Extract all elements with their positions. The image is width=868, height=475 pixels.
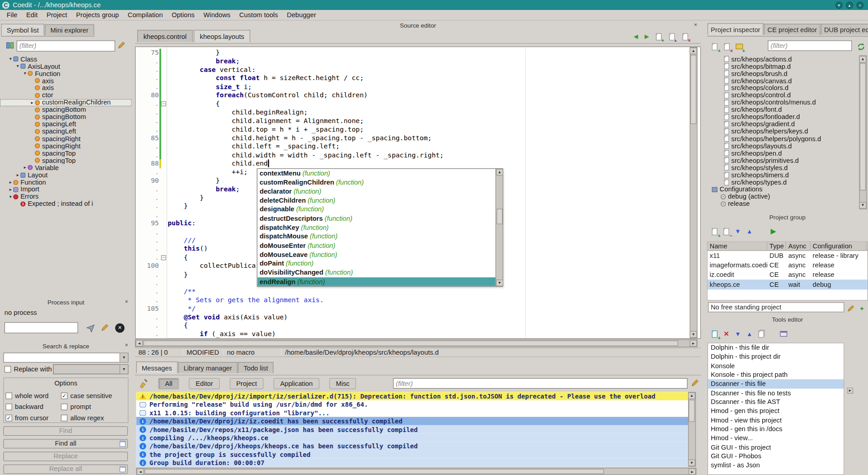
code-line-81[interactable]: { bbox=[168, 100, 690, 109]
symbol-tree-item[interactable]: spacingBottom bbox=[0, 106, 132, 114]
code-line-75[interactable]: } bbox=[168, 49, 690, 57]
code-line-107[interactable]: { bbox=[168, 322, 690, 330]
scrollbar-thumb[interactable] bbox=[143, 341, 678, 346]
close-icon[interactable]: × bbox=[693, 22, 698, 28]
completion-item[interactable]: doMouseEnter (function) bbox=[257, 241, 495, 250]
menu-compilation[interactable]: Compilation bbox=[123, 10, 167, 20]
tools-scroll-right-icon[interactable]: ► bbox=[847, 388, 853, 394]
scroll-down-icon[interactable]: ▼ bbox=[859, 202, 866, 209]
scroll-up-icon[interactable]: ▲ bbox=[688, 393, 695, 399]
code-line-86[interactable]: child.left = _spacing.left; bbox=[168, 142, 690, 151]
kill-process-icon[interactable]: ✕ bbox=[115, 323, 125, 333]
navigate-back-icon[interactable]: ◄ bbox=[632, 32, 639, 41]
scroll-up-icon[interactable]: ▲ bbox=[690, 48, 697, 54]
code-line-79[interactable]: size_t i; bbox=[168, 83, 690, 91]
filter-project-button[interactable]: Project bbox=[230, 378, 264, 389]
open-file-icon[interactable]: ▲ bbox=[667, 32, 677, 41]
project-file-item[interactable]: src/kheops/controls/menus.d bbox=[708, 99, 859, 106]
tool-item[interactable]: Konsole - this project path bbox=[708, 370, 844, 380]
tab-project-inspector[interactable]: Project inspector bbox=[708, 23, 764, 35]
tool-item[interactable]: Dscanner - this file bbox=[708, 380, 844, 389]
symbol-tree-item[interactable]: !Expected ; instead of i bbox=[0, 200, 132, 208]
filter-all-button[interactable]: All bbox=[158, 378, 179, 389]
tool-item[interactable]: Hmod - gen this project bbox=[708, 407, 844, 416]
add-tool-icon[interactable]: + bbox=[709, 328, 720, 339]
symbol-tree-item[interactable]: axis bbox=[0, 77, 132, 84]
symbol-tree-item[interactable]: ▸Import bbox=[0, 186, 132, 193]
code-line-76[interactable]: break; bbox=[168, 57, 690, 66]
filter-misc-button[interactable]: Misc bbox=[329, 378, 356, 389]
project-file-item[interactable]: src/kheops/primitives.d bbox=[708, 157, 859, 164]
option-allow-regex[interactable]: allow regex bbox=[61, 414, 123, 422]
tab-mini-explorer[interactable]: Mini explorer bbox=[45, 24, 94, 35]
editor-hscrollbar[interactable]: ◄ ► bbox=[135, 339, 698, 347]
process-input-field[interactable] bbox=[5, 322, 78, 333]
column-header-type[interactable]: Type bbox=[767, 242, 786, 250]
find-all-button[interactable]: Find all bbox=[3, 439, 128, 448]
tab-ce-project-editor[interactable]: CE project editor bbox=[764, 24, 820, 35]
editor-tab-kheops-layouts[interactable]: kheops.layouts bbox=[194, 30, 250, 42]
symbol-tree-item[interactable]: spacingBottom bbox=[0, 114, 132, 121]
symbol-tree-item[interactable]: ▾AxisLayout bbox=[0, 62, 132, 70]
option-from-cursor[interactable]: ✓from cursor bbox=[5, 414, 61, 422]
filter-application-button[interactable]: Application bbox=[274, 378, 319, 389]
code-line-77[interactable]: case vertical: bbox=[168, 66, 690, 74]
replace-all-button[interactable]: Replace all bbox=[3, 465, 128, 474]
replace-with-checkbox[interactable] bbox=[5, 366, 11, 373]
menu-windows[interactable]: Windows bbox=[199, 10, 235, 20]
scroll-left-icon[interactable]: ◄ bbox=[136, 340, 143, 347]
messages-vscrollbar[interactable]: ▲ ▼ bbox=[688, 392, 696, 466]
symbol-tree-item[interactable]: axis bbox=[0, 84, 132, 91]
move-down-icon[interactable]: ▼ bbox=[732, 328, 743, 339]
configuration-item[interactable]: debug (active) bbox=[708, 193, 859, 200]
process-input-dock-header[interactable]: Process input × bbox=[0, 299, 132, 306]
completion-item[interactable]: destructDescriptors (function) bbox=[257, 214, 495, 223]
project-file-item[interactable]: src/kheops/bitmap.d bbox=[708, 62, 859, 70]
code-line-78[interactable]: const float h = sizeRect.height / cc; bbox=[168, 74, 690, 83]
project-file-item[interactable]: src/kheops/colors.d bbox=[708, 84, 859, 91]
fold-collapse-icon[interactable]: − bbox=[161, 101, 166, 106]
pen-icon[interactable] bbox=[845, 303, 856, 314]
project-row-kheops-ce[interactable]: kheops.ceCEwaitdebug bbox=[708, 280, 868, 289]
scroll-down-icon[interactable]: ▼ bbox=[496, 280, 503, 286]
remove-source-icon[interactable]: × bbox=[722, 41, 732, 52]
search-term-combo[interactable]: ▼ bbox=[3, 353, 128, 363]
tree-expander-icon[interactable]: ▸ bbox=[22, 165, 28, 170]
column-header-configuration[interactable]: Configuration bbox=[811, 242, 867, 250]
tool-item[interactable]: Dscanner - this file no tests bbox=[708, 389, 844, 398]
option-whole-word[interactable]: whole word bbox=[5, 392, 61, 399]
menu-file[interactable]: File bbox=[2, 10, 22, 20]
window-minimize-button[interactable]: ▾ bbox=[835, 1, 843, 9]
symbol-tree-item[interactable]: ▾Function bbox=[0, 70, 132, 77]
project-file-item[interactable]: src/kheops/font.d bbox=[708, 106, 859, 114]
completion-item[interactable]: deleteChildren (function) bbox=[257, 196, 495, 205]
log-row[interactable]: ithe project group is successfully compi… bbox=[136, 450, 688, 458]
scroll-down-icon[interactable]: ▼ bbox=[690, 331, 697, 338]
project-row-iz-coedit[interactable]: iz.coeditCEasyncrelease bbox=[708, 270, 868, 280]
completion-item[interactable]: doMouseLeave (function) bbox=[257, 250, 495, 259]
code-line-104[interactable]: * Sets or gets the alignment axis. bbox=[168, 296, 690, 304]
symbol-tree-item[interactable]: spacingRight bbox=[0, 142, 132, 150]
filter-editor-button[interactable]: Editor bbox=[189, 378, 220, 389]
right-splitter[interactable] bbox=[701, 20, 707, 475]
messages-splitter[interactable] bbox=[135, 358, 701, 362]
scroll-left-icon[interactable]: ◄ bbox=[137, 468, 144, 475]
tree-expander-icon[interactable]: ▾ bbox=[15, 64, 20, 69]
tool-item[interactable]: Hmod - view... bbox=[708, 434, 844, 443]
remove-project-icon[interactable]: − bbox=[721, 226, 731, 237]
close-icon[interactable]: × bbox=[123, 343, 129, 349]
tree-expander-icon[interactable]: ▾ bbox=[8, 194, 13, 199]
window-maximize-button[interactable]: ▴ bbox=[846, 1, 853, 9]
refresh-icon[interactable] bbox=[855, 41, 866, 52]
scrollbar-thumb[interactable] bbox=[145, 469, 604, 474]
tool-item[interactable]: Dolphin - this project dir bbox=[708, 352, 844, 361]
menu-edit[interactable]: Edit bbox=[22, 10, 42, 20]
find-button[interactable]: Find bbox=[3, 426, 128, 436]
find-all-options-icon[interactable] bbox=[119, 441, 125, 446]
new-file-icon[interactable]: + bbox=[654, 32, 664, 41]
code-line-87[interactable]: child.width = width - _spacing.left - _s… bbox=[168, 151, 690, 160]
project-file-item[interactable]: src/kheops/helpers/keys.d bbox=[708, 128, 859, 135]
completion-item[interactable]: designable (function) bbox=[257, 205, 495, 214]
symbol-tree-item[interactable]: ▾Errors bbox=[0, 193, 132, 200]
pen-icon[interactable] bbox=[691, 379, 700, 388]
